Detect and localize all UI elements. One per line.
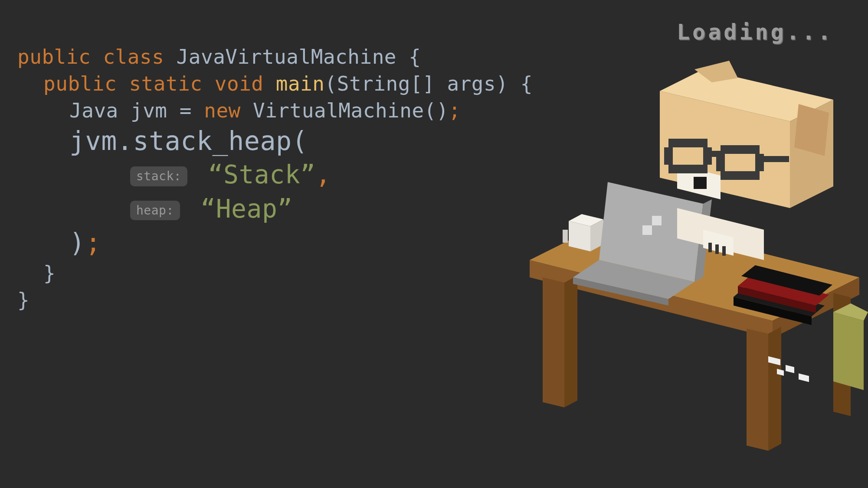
brace-open: {	[409, 45, 421, 68]
brace-close: }	[43, 261, 56, 285]
svg-rect-47	[755, 154, 764, 171]
param-hint-heap: heap:	[130, 201, 180, 221]
method-name: main	[276, 72, 325, 95]
svg-rect-18	[799, 373, 809, 382]
svg-marker-3	[543, 277, 564, 407]
svg-rect-23	[563, 230, 568, 243]
string-stack: “Stack”	[208, 160, 316, 189]
class-name: JavaVirtualMachine	[177, 45, 397, 68]
mug	[563, 214, 603, 251]
svg-rect-33	[715, 244, 719, 254]
dog-character	[660, 61, 833, 260]
svg-rect-45	[721, 145, 760, 154]
equals: =	[180, 99, 192, 122]
svg-rect-17	[786, 365, 794, 373]
paren-close: )	[69, 228, 85, 258]
constructor-call: VirtualMachine()	[253, 99, 449, 122]
svg-marker-6	[768, 327, 781, 451]
param-hint-stack: stack:	[130, 166, 187, 186]
keyword-public: public	[43, 72, 117, 95]
var-name: jvm	[131, 99, 167, 122]
string-heap: “Heap”	[200, 194, 293, 224]
svg-rect-50	[763, 156, 789, 162]
comma: ,	[316, 160, 331, 189]
svg-marker-5	[747, 329, 768, 451]
voxel-illustration	[434, 17, 868, 451]
keyword-new: new	[204, 99, 241, 122]
method-call: jvm.stack_heap(	[69, 126, 308, 156]
svg-rect-48	[721, 171, 760, 180]
svg-rect-49	[707, 151, 721, 157]
svg-rect-34	[722, 246, 726, 256]
svg-rect-29	[652, 216, 662, 225]
svg-rect-41	[668, 139, 708, 147]
loading-text: Loading...	[677, 20, 833, 45]
svg-marker-9	[833, 312, 864, 390]
keyword-class: class	[103, 45, 164, 68]
svg-marker-20	[569, 221, 590, 251]
svg-marker-4	[564, 276, 577, 407]
type-name: Java	[69, 99, 118, 122]
brace-close: }	[17, 288, 29, 312]
olive-box	[833, 303, 868, 390]
voxel-art-svg	[434, 17, 868, 451]
semicolon: ;	[85, 228, 102, 258]
keyword-void: void	[215, 72, 264, 95]
svg-rect-42	[664, 147, 673, 165]
keyword-public: public	[17, 45, 91, 68]
svg-marker-38	[794, 104, 829, 156]
svg-rect-32	[708, 243, 712, 252]
svg-rect-28	[642, 225, 652, 235]
svg-rect-40	[694, 177, 707, 189]
svg-rect-44	[668, 165, 708, 173]
keyword-static: static	[129, 72, 202, 95]
